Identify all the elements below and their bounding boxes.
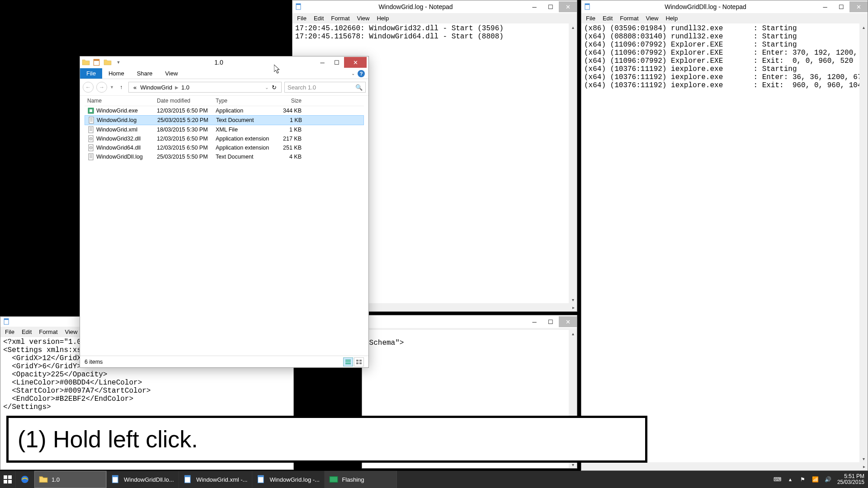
menu-format[interactable]: Format [36, 328, 60, 336]
scroll-up-icon[interactable]: ▴ [860, 23, 867, 31]
taskbar-item[interactable]: WindowGrid.xml -... [179, 471, 252, 488]
titlebar[interactable]: ▼ 1.0 ─ ☐ ✕ [80, 56, 368, 68]
address-input[interactable]: « WindowGrid ▶ 1.0 ⌄ ↻ [128, 82, 282, 93]
tray-network-icon[interactable]: 📶 [812, 476, 819, 483]
close-button[interactable]: ✕ [559, 316, 577, 327]
file-row[interactable]: WindowGrid.xml18/03/2015 5:30 PMXML File… [85, 125, 364, 134]
new-folder-icon[interactable] [104, 58, 112, 66]
help-icon[interactable]: ? [358, 70, 365, 77]
menu-help[interactable]: Help [663, 14, 680, 23]
menu-view[interactable]: View [643, 14, 661, 23]
tray-volume-icon[interactable]: 🔊 [825, 476, 832, 483]
start-button[interactable] [0, 471, 16, 488]
scroll-down-icon[interactable]: ▾ [569, 296, 576, 303]
minimize-button[interactable]: ─ [315, 57, 330, 68]
menu-edit[interactable]: Edit [19, 328, 34, 336]
column-headers[interactable]: Name Date modified Type Size [85, 96, 364, 106]
expand-ribbon-icon[interactable]: ⌄ [351, 71, 355, 76]
col-size[interactable]: Size [274, 98, 302, 104]
close-button[interactable]: ✕ [849, 1, 868, 12]
menu-file[interactable]: File [294, 14, 309, 23]
history-dropdown-icon[interactable]: ▼ [110, 85, 114, 89]
file-date: 18/03/2015 5:30 PM [157, 127, 216, 133]
back-button[interactable]: ← [83, 82, 94, 93]
chevron-down-icon[interactable]: ▼ [114, 58, 123, 66]
ie-button[interactable] [16, 471, 34, 488]
taskbar-item[interactable]: WindowGridDll.lo... [107, 471, 179, 488]
tray-keyboard-icon[interactable]: ⌨ [774, 476, 781, 483]
maximize-button[interactable]: ☐ [542, 1, 559, 12]
file-type: Application extension [216, 136, 274, 142]
menu-format[interactable]: Format [617, 14, 641, 23]
search-icon[interactable]: 🔍 [355, 84, 363, 91]
maximize-button[interactable]: ☐ [542, 316, 559, 327]
minimize-button[interactable]: ─ [817, 1, 833, 12]
menu-view[interactable]: View [354, 14, 373, 23]
svg-rect-37 [4, 480, 7, 483]
tab-file[interactable]: File [80, 68, 102, 79]
col-date[interactable]: Date modified [157, 98, 216, 104]
menu-file[interactable]: File [583, 14, 598, 23]
titlebar[interactable]: WindowGrid.log - Notepad ─ ☐ ✕ [292, 0, 577, 13]
file-row[interactable]: WindowGrid.log25/03/2015 5:20 PMText Doc… [85, 115, 364, 125]
address-dropdown-icon[interactable]: ⌄ [264, 85, 269, 90]
vertical-scrollbar[interactable]: ▴ ▾ [859, 23, 868, 462]
breadcrumb-seg[interactable]: WindowGrid [138, 84, 174, 91]
close-button[interactable]: ✕ [344, 57, 367, 68]
menu-format[interactable]: Format [328, 14, 352, 23]
scroll-right-icon[interactable]: ▸ [860, 463, 868, 470]
file-list[interactable]: Name Date modified Type Size WindowGrid.… [80, 96, 368, 356]
titlebar[interactable]: ─ ☐ ✕ [362, 315, 577, 328]
notepad-icon [295, 3, 302, 10]
taskbar-item[interactable]: WindowGrid.log -... [252, 471, 325, 488]
explorer-window[interactable]: ▼ 1.0 ─ ☐ ✕ File Home Share View ⌄ ? ← →… [80, 56, 369, 368]
minimize-button[interactable]: ─ [526, 1, 542, 12]
file-row[interactable]: WindowGrid.exe12/03/2015 6:50 PMApplicat… [85, 106, 364, 115]
up-button[interactable]: ↑ [117, 83, 126, 92]
maximize-button[interactable]: ☐ [330, 57, 344, 68]
vertical-scrollbar[interactable]: ▴ ▾ [569, 23, 577, 303]
menu-file[interactable]: File [2, 328, 17, 336]
properties-icon[interactable] [93, 58, 101, 66]
titlebar[interactable]: WindowGridDll.log - Notepad ─ ☐ ✕ [581, 0, 868, 13]
horizontal-scrollbar[interactable]: ▸ [581, 462, 868, 470]
tray-up-icon[interactable]: ▴ [787, 476, 794, 483]
col-name[interactable]: Name [85, 98, 157, 104]
chevron-right-icon[interactable]: ▶ [174, 85, 179, 90]
scroll-up-icon[interactable]: ▴ [569, 330, 576, 337]
scroll-right-icon[interactable]: ▸ [570, 304, 577, 311]
taskbar[interactable]: 1.0WindowGridDll.lo...WindowGrid.xml -..… [0, 471, 868, 488]
minimize-button[interactable]: ─ [526, 316, 542, 327]
details-view-icon[interactable] [343, 357, 353, 366]
breadcrumb-seg[interactable]: 1.0 [179, 84, 191, 91]
menu-help[interactable]: Help [374, 14, 392, 23]
taskbar-item[interactable]: 1.0 [34, 471, 107, 488]
scroll-down-icon[interactable]: ▾ [860, 455, 867, 462]
refresh-icon[interactable]: ↻ [269, 84, 278, 91]
file-row[interactable]: WindowGrid64.dll12/03/2015 6:50 PMApplic… [85, 143, 364, 152]
svg-point-23 [90, 147, 91, 148]
search-input[interactable]: Search 1.0 🔍 [284, 82, 366, 93]
notepad-window-2[interactable]: WindowGridDll.log - Notepad ─ ☐ ✕ File E… [581, 0, 868, 471]
window-title: WindowGrid.log - Notepad [305, 3, 526, 10]
clock[interactable]: 5:51 PM 25/03/2015 [837, 474, 864, 485]
tray-flag-icon[interactable]: ⚑ [799, 476, 807, 483]
col-type[interactable]: Type [216, 98, 274, 104]
forward-button[interactable]: → [96, 82, 107, 93]
tab-share[interactable]: Share [131, 68, 159, 79]
file-row[interactable]: WindowGridDll.log25/03/2015 5:50 PMText … [85, 152, 364, 161]
icons-view-icon[interactable] [354, 357, 364, 366]
menu-view[interactable]: View [62, 328, 80, 336]
menu-edit[interactable]: Edit [600, 14, 615, 23]
file-row[interactable]: WindowGrid32.dll12/03/2015 6:50 PMApplic… [85, 134, 364, 143]
scroll-up-icon[interactable]: ▴ [569, 23, 576, 31]
taskbar-item[interactable]: Flashing [325, 471, 397, 488]
file-date: 12/03/2015 6:50 PM [157, 136, 216, 142]
tab-home[interactable]: Home [102, 68, 131, 79]
close-button[interactable]: ✕ [559, 1, 577, 12]
system-tray[interactable]: ⌨ ▴ ⚑ 📶 🔊 5:51 PM 25/03/2015 [770, 471, 868, 488]
tab-view[interactable]: View [159, 68, 184, 79]
text-area[interactable]: (x86) (03596:01984) rundll32.exe : Start… [581, 23, 859, 462]
menu-edit[interactable]: Edit [311, 14, 326, 23]
maximize-button[interactable]: ☐ [833, 1, 849, 12]
